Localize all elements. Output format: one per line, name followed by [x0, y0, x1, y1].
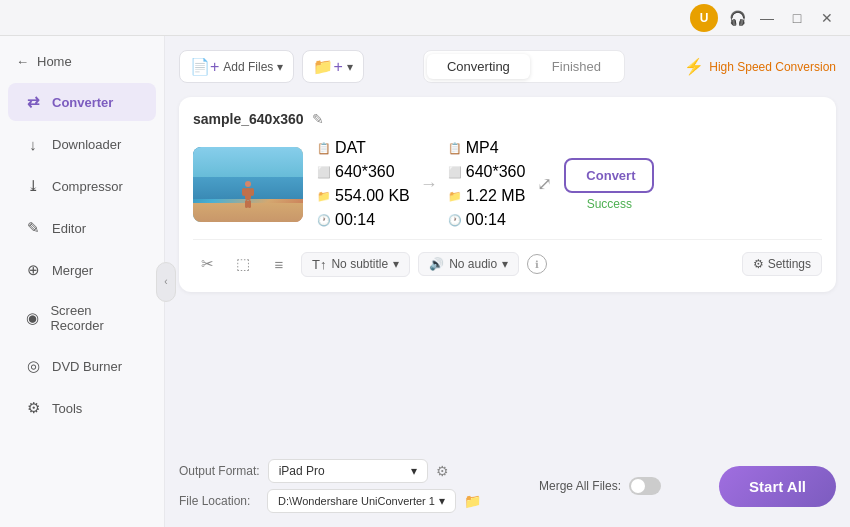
sidebar-label-dvd-burner: DVD Burner	[52, 359, 122, 374]
file-location-select[interactable]: D:\Wondershare UniConverter 1 ▾	[267, 489, 456, 513]
add-folder-button[interactable]: 📁+ ▾	[302, 50, 363, 83]
file-name: sample_640x360	[193, 111, 304, 127]
toolbar-left: 📄+ Add Files ▾ 📁+ ▾	[179, 50, 364, 83]
file-location-label: File Location:	[179, 494, 259, 508]
add-files-label: Add Files	[223, 60, 273, 74]
target-meta: 📋 MP4 ⬜ 640*360 📁 1.22 MB 🕐 00:14	[448, 139, 526, 229]
audio-chevron: ▾	[502, 257, 508, 271]
svg-rect-3	[250, 188, 254, 196]
sidebar-item-screen-recorder[interactable]: ◉ Screen Recorder	[8, 293, 156, 343]
sidebar-label-merger: Merger	[52, 263, 93, 278]
top-bar: 📄+ Add Files ▾ 📁+ ▾ Converting Finished	[179, 50, 836, 83]
sidebar-home[interactable]: ← Home	[0, 46, 164, 77]
target-size: 1.22 MB	[466, 187, 526, 205]
info-icon[interactable]: ℹ	[527, 254, 547, 274]
source-duration-row: 🕐 00:14	[317, 211, 410, 229]
file-header: sample_640x360 ✎	[193, 111, 822, 127]
target-resolution-row: ⬜ 640*360	[448, 163, 526, 181]
sidebar-item-editor[interactable]: ✎ Editor	[8, 209, 156, 247]
output-format-select[interactable]: iPad Pro ▾	[268, 459, 428, 483]
svg-point-0	[245, 181, 251, 187]
source-format-row: 📋 DAT	[317, 139, 410, 157]
add-folder-icon: 📁+	[313, 57, 342, 76]
titlebar: U 🎧 — □ ✕	[0, 0, 850, 36]
sidebar-item-compressor[interactable]: ⤓ Compressor	[8, 167, 156, 205]
bottom-left: Output Format: iPad Pro ▾ ⚙ File Locatio…	[179, 459, 481, 513]
tools-icon: ⚙	[24, 399, 42, 417]
output-format-value: iPad Pro	[279, 464, 325, 478]
output-format-chevron: ▾	[411, 464, 417, 478]
add-files-chevron: ▾	[277, 60, 283, 74]
merger-icon: ⊕	[24, 261, 42, 279]
effects-icon[interactable]: ≡	[265, 250, 293, 278]
converter-icon: ⇄	[24, 93, 42, 111]
merge-label: Merge All Files:	[539, 479, 621, 493]
headphone-icon[interactable]: 🎧	[726, 7, 748, 29]
sidebar-item-converter[interactable]: ⇄ Converter	[8, 83, 156, 121]
action-icon-area: ⤢	[537, 173, 552, 195]
sidebar-label-downloader: Downloader	[52, 137, 121, 152]
sidebar-label-screen-recorder: Screen Recorder	[50, 303, 140, 333]
downloader-icon: ↓	[24, 135, 42, 153]
start-all-button[interactable]: Start All	[719, 466, 836, 507]
file-details: 📋 DAT ⬜ 640*360 📁 554.00 KB 🕐 00:14	[193, 139, 822, 229]
main-content: 📄+ Add Files ▾ 📁+ ▾ Converting Finished	[165, 36, 850, 527]
user-avatar-icon: U	[690, 4, 718, 32]
svg-rect-5	[248, 200, 251, 208]
high-speed-conversion[interactable]: ⚡ High Speed Conversion	[684, 57, 836, 76]
subtitle-dropdown[interactable]: T↑ No subtitle ▾	[301, 252, 410, 277]
output-format-row: Output Format: iPad Pro ▾ ⚙	[179, 459, 481, 483]
subtitle-icon: T↑	[312, 257, 326, 272]
app-body: ← Home ⇄ Converter ↓ Downloader ⤓ Compre…	[0, 36, 850, 527]
file-edit-icon[interactable]: ✎	[312, 111, 324, 127]
size-icon: 📁	[317, 190, 331, 203]
source-size-row: 📁 554.00 KB	[317, 187, 410, 205]
action-icon[interactable]: ⤢	[537, 173, 552, 195]
target-format-row: 📋 MP4	[448, 139, 526, 157]
source-resolution: 640*360	[335, 163, 395, 181]
sidebar-label-editor: Editor	[52, 221, 86, 236]
tab-finished[interactable]: Finished	[532, 54, 621, 79]
add-folder-chevron: ▾	[347, 60, 353, 74]
lightning-icon: ⚡	[684, 57, 704, 76]
file-thumbnail	[193, 147, 303, 222]
target-duration-row: 🕐 00:14	[448, 211, 526, 229]
sidebar-label-tools: Tools	[52, 401, 82, 416]
convert-arrow-icon: →	[420, 174, 438, 195]
tab-converting[interactable]: Converting	[427, 54, 530, 79]
add-files-button[interactable]: 📄+ Add Files ▾	[179, 50, 294, 83]
file-location-row: File Location: D:\Wondershare UniConvert…	[179, 489, 481, 513]
audio-icon: 🔊	[429, 257, 444, 271]
screen-recorder-icon: ◉	[24, 309, 40, 327]
settings-button[interactable]: ⚙ Settings	[742, 252, 822, 276]
subtitle-label: No subtitle	[331, 257, 388, 271]
source-meta: 📋 DAT ⬜ 640*360 📁 554.00 KB 🕐 00:14	[317, 139, 410, 229]
home-label: Home	[37, 54, 72, 69]
editor-icon: ✎	[24, 219, 42, 237]
file-location-folder-icon[interactable]: 📁	[464, 493, 481, 509]
svg-rect-2	[242, 188, 246, 196]
output-format-settings-icon[interactable]: ⚙	[436, 463, 449, 479]
source-size: 554.00 KB	[335, 187, 410, 205]
minimize-icon[interactable]: —	[756, 7, 778, 29]
tool-row: ✂ ⬚ ≡ T↑ No subtitle ▾ 🔊 No audio ▾ ℹ ⚙ …	[193, 239, 822, 278]
sidebar-item-tools[interactable]: ⚙ Tools	[8, 389, 156, 427]
crop-icon[interactable]: ⬚	[229, 250, 257, 278]
maximize-icon[interactable]: □	[786, 7, 808, 29]
sidebar-collapse-btn[interactable]: ‹	[156, 262, 176, 302]
merge-toggle[interactable]	[629, 477, 661, 495]
close-icon[interactable]: ✕	[816, 7, 838, 29]
cut-icon[interactable]: ✂	[193, 250, 221, 278]
convert-button[interactable]: Convert	[564, 158, 654, 193]
sidebar-item-dvd-burner[interactable]: ◎ DVD Burner	[8, 347, 156, 385]
audio-dropdown[interactable]: 🔊 No audio ▾	[418, 252, 519, 276]
back-icon: ←	[16, 54, 29, 69]
sidebar: ← Home ⇄ Converter ↓ Downloader ⤓ Compre…	[0, 36, 165, 527]
target-size-row: 📁 1.22 MB	[448, 187, 526, 205]
source-duration: 00:14	[335, 211, 375, 229]
sidebar-item-downloader[interactable]: ↓ Downloader	[8, 125, 156, 163]
target-format-icon: 📋	[448, 142, 462, 155]
sidebar-item-merger[interactable]: ⊕ Merger	[8, 251, 156, 289]
merge-row: Merge All Files:	[539, 477, 661, 495]
source-resolution-row: ⬜ 640*360	[317, 163, 410, 181]
